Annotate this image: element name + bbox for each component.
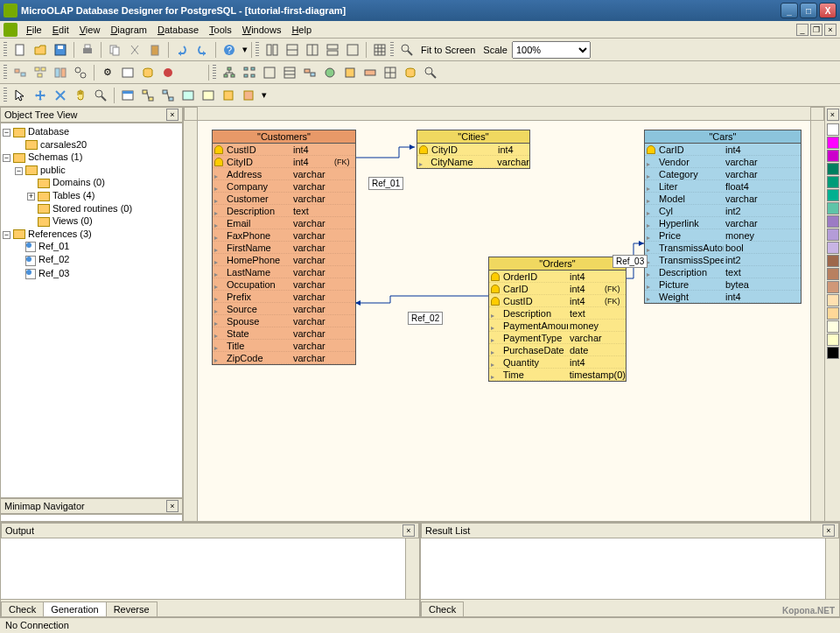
table-row[interactable]: PurchaseDatedate bbox=[489, 344, 626, 356]
ref-label-3[interactable]: Ref_03 bbox=[612, 255, 648, 268]
redo-button[interactable] bbox=[192, 40, 212, 60]
layout-btn-11[interactable] bbox=[421, 63, 440, 82]
color-swatch[interactable] bbox=[827, 347, 839, 359]
table-row[interactable]: Customervarchar bbox=[213, 193, 355, 205]
table-orders[interactable]: "Orders" OrderIDint4CarIDint4(FK)CustIDi… bbox=[488, 257, 626, 382]
print-button[interactable] bbox=[78, 40, 97, 60]
toolbar-grip[interactable] bbox=[390, 42, 394, 58]
color-swatch[interactable] bbox=[827, 268, 839, 280]
color-swatch[interactable] bbox=[827, 176, 839, 188]
table-row[interactable]: Weightint4 bbox=[645, 291, 801, 303]
db-btn-2[interactable] bbox=[31, 63, 50, 82]
minimize-button[interactable]: _ bbox=[780, 3, 798, 18]
note-tool[interactable] bbox=[199, 86, 218, 105]
tab-reverse[interactable]: Reverse bbox=[106, 601, 158, 616]
color-swatch[interactable] bbox=[827, 123, 839, 136]
table-row[interactable]: CityIDint4(FK) bbox=[213, 156, 355, 168]
db-btn-5[interactable] bbox=[118, 63, 137, 82]
table-row[interactable]: Statevarchar bbox=[213, 327, 355, 340]
ref-label-2[interactable]: Ref_02 bbox=[408, 312, 443, 325]
toolbar-grip[interactable] bbox=[4, 88, 7, 103]
toolbar-grip[interactable] bbox=[213, 65, 216, 81]
table-row[interactable]: Descriptiontext bbox=[213, 205, 355, 217]
stamp-tool[interactable] bbox=[219, 86, 238, 105]
table-tool[interactable] bbox=[118, 86, 137, 105]
table-row[interactable]: Addressvarchar bbox=[213, 168, 355, 180]
menu-windows[interactable]: Windows bbox=[237, 23, 287, 37]
color-swatch[interactable] bbox=[827, 163, 839, 175]
pointer-tool[interactable] bbox=[10, 86, 30, 105]
table-row[interactable]: Literfloat4 bbox=[645, 180, 801, 193]
table-row[interactable]: Categoryvarchar bbox=[645, 168, 801, 180]
table-row[interactable]: HomePhonevarchar bbox=[213, 254, 355, 266]
layout-btn-7[interactable] bbox=[340, 63, 360, 82]
table-row[interactable]: PaymentAmountmoney bbox=[489, 320, 626, 332]
scrollbar-vertical[interactable] bbox=[405, 538, 419, 599]
table-row[interactable]: Titlevarchar bbox=[213, 340, 355, 352]
db-btn-6[interactable] bbox=[138, 63, 158, 82]
object-tree[interactable]: −Database carsales20 −Schemas (1) −publi… bbox=[0, 123, 183, 498]
view-tool[interactable] bbox=[178, 86, 198, 105]
db-btn-4[interactable]: ⚙ bbox=[98, 63, 117, 82]
tab-generation[interactable]: Generation bbox=[43, 601, 106, 616]
move-tool[interactable] bbox=[31, 86, 50, 105]
ref-label-1[interactable]: Ref_01 bbox=[368, 177, 403, 190]
toolbar-grip[interactable] bbox=[4, 65, 7, 81]
mdi-minimize-button[interactable]: _ bbox=[796, 24, 808, 36]
zoom-tool[interactable] bbox=[91, 86, 110, 105]
toolbar-grip[interactable] bbox=[256, 42, 259, 58]
table-row[interactable]: Modelvarchar bbox=[645, 193, 801, 205]
color-swatch[interactable] bbox=[827, 294, 839, 306]
table-row[interactable]: TransmissSpeedCountint2 bbox=[645, 254, 801, 266]
table-row[interactable]: CityIDint4 bbox=[417, 144, 529, 156]
table-row[interactable]: Timetimestamp(0) bbox=[489, 369, 626, 381]
table-row[interactable]: LastNamevarchar bbox=[213, 266, 355, 278]
table-row[interactable]: Cylint2 bbox=[645, 205, 801, 217]
table-row[interactable]: Quantityint4 bbox=[489, 356, 626, 369]
toolbar-grip[interactable] bbox=[4, 42, 7, 58]
scale-select[interactable]: 100% bbox=[512, 41, 591, 59]
menu-help[interactable]: Help bbox=[286, 23, 317, 37]
color-swatch[interactable] bbox=[827, 334, 839, 346]
output-close-button[interactable]: × bbox=[402, 524, 415, 537]
view-button-5[interactable] bbox=[343, 40, 362, 60]
relation-tool-2[interactable] bbox=[158, 86, 178, 105]
layout-btn-8[interactable] bbox=[360, 63, 380, 82]
table-row[interactable]: FirstNamevarchar bbox=[213, 242, 355, 254]
minimap-close-button[interactable]: × bbox=[166, 500, 178, 512]
db-btn-1[interactable] bbox=[10, 63, 30, 82]
table-row[interactable]: Vendorvarchar bbox=[645, 156, 801, 168]
db-btn-7[interactable] bbox=[158, 63, 178, 82]
table-row[interactable]: CustIDint4 bbox=[213, 144, 355, 156]
mdi-restore-button[interactable]: ❐ bbox=[810, 24, 822, 36]
new-button[interactable] bbox=[10, 40, 30, 60]
table-row[interactable]: Prefixvarchar bbox=[213, 291, 355, 303]
tool-misc[interactable] bbox=[239, 86, 258, 105]
layout-btn-4[interactable] bbox=[280, 63, 299, 82]
view-button-3[interactable] bbox=[303, 40, 322, 60]
color-swatch[interactable] bbox=[827, 307, 839, 320]
table-cars[interactable]: "Cars" CarIDint4VendorvarcharCategoryvar… bbox=[644, 130, 802, 304]
fit-to-screen-label[interactable]: Fit to Screen bbox=[417, 45, 479, 55]
layout-btn-9[interactable] bbox=[381, 63, 400, 82]
layout-btn-5[interactable] bbox=[300, 63, 319, 82]
paste-button[interactable] bbox=[145, 40, 164, 60]
help-button[interactable]: ? bbox=[220, 40, 239, 60]
result-close-button[interactable]: × bbox=[822, 524, 835, 537]
tab-check[interactable]: Check bbox=[1, 601, 44, 616]
menu-tools[interactable]: Tools bbox=[204, 23, 237, 37]
save-button[interactable] bbox=[51, 40, 70, 60]
mdi-close-button[interactable]: × bbox=[824, 24, 836, 36]
color-swatch[interactable] bbox=[827, 202, 839, 215]
table-row[interactable]: Descriptiontext bbox=[645, 266, 801, 278]
view-button-2[interactable] bbox=[283, 40, 302, 60]
table-row[interactable]: Descriptiontext bbox=[489, 307, 626, 320]
color-swatch[interactable] bbox=[827, 229, 839, 241]
scrollbar-vertical[interactable] bbox=[810, 121, 824, 580]
table-row[interactable]: ZipCodevarchar bbox=[213, 352, 355, 364]
table-row[interactable]: CustIDint4(FK) bbox=[489, 295, 626, 307]
scrollbar-vertical[interactable] bbox=[825, 538, 839, 599]
view-button-4[interactable] bbox=[323, 40, 342, 60]
relation-tool[interactable] bbox=[138, 86, 158, 105]
layout-btn-1[interactable] bbox=[220, 63, 239, 82]
